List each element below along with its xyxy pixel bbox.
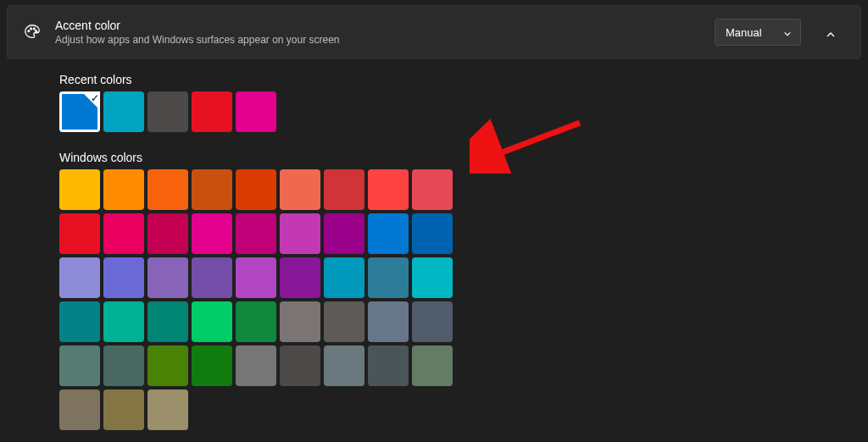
recent-color-swatch[interactable]	[147, 91, 188, 132]
windows-color-swatch[interactable]	[147, 169, 188, 210]
windows-color-swatch[interactable]	[59, 345, 100, 386]
windows-color-swatch[interactable]	[192, 213, 232, 254]
windows-color-swatch[interactable]	[280, 257, 320, 298]
windows-color-swatch[interactable]	[412, 213, 453, 254]
windows-color-swatch[interactable]	[324, 213, 364, 254]
chevron-down-icon	[783, 28, 792, 36]
windows-color-swatch[interactable]	[368, 301, 409, 342]
accent-color-titleblock: Accent color Adjust how apps and Windows…	[55, 19, 701, 47]
windows-color-swatch[interactable]	[236, 301, 276, 342]
windows-colors-section: Windows colors	[59, 151, 868, 430]
check-icon: ✓	[91, 92, 99, 104]
windows-color-swatch[interactable]	[412, 169, 453, 210]
recent-color-swatch[interactable]: ✓	[59, 91, 100, 132]
windows-color-swatch[interactable]	[103, 169, 144, 210]
windows-color-swatch[interactable]	[59, 301, 100, 342]
windows-color-swatch[interactable]	[368, 169, 409, 210]
windows-color-swatch[interactable]	[368, 257, 409, 298]
windows-color-swatch[interactable]	[412, 257, 453, 298]
windows-color-row	[59, 213, 868, 254]
accent-color-title: Accent color	[55, 19, 701, 33]
windows-color-row	[59, 390, 868, 430]
windows-color-swatch[interactable]	[192, 345, 232, 386]
windows-color-swatch[interactable]	[59, 213, 100, 254]
recent-colors-label: Recent colors	[59, 73, 868, 86]
windows-color-swatch[interactable]	[147, 301, 188, 342]
recent-color-swatch[interactable]	[103, 91, 144, 132]
windows-colors-grid	[59, 169, 868, 430]
recent-colors-section: Recent colors ✓	[59, 73, 868, 132]
accent-mode-value: Manual	[726, 26, 762, 39]
accent-color-header: Accent color Adjust how apps and Windows…	[7, 5, 861, 59]
windows-color-swatch[interactable]	[324, 169, 364, 210]
recent-color-swatch[interactable]	[192, 91, 232, 132]
windows-color-swatch[interactable]	[324, 301, 364, 342]
windows-color-swatch[interactable]	[280, 345, 320, 386]
windows-color-swatch[interactable]	[103, 257, 144, 298]
windows-color-swatch[interactable]	[280, 213, 320, 254]
palette-icon	[23, 23, 42, 41]
windows-color-swatch[interactable]	[103, 213, 144, 254]
recent-color-swatch[interactable]	[236, 91, 276, 132]
windows-color-swatch[interactable]	[147, 345, 188, 386]
windows-color-swatch[interactable]	[236, 169, 276, 210]
windows-color-swatch[interactable]	[324, 345, 364, 386]
windows-color-row	[59, 257, 868, 298]
windows-color-row	[59, 345, 868, 386]
windows-color-swatch[interactable]	[324, 257, 364, 298]
windows-color-swatch[interactable]	[236, 213, 276, 254]
windows-color-row	[59, 169, 868, 210]
windows-color-swatch[interactable]	[280, 169, 320, 210]
windows-color-swatch[interactable]	[412, 345, 453, 386]
windows-color-swatch[interactable]	[192, 301, 232, 342]
windows-color-swatch[interactable]	[368, 213, 409, 254]
collapse-button[interactable]	[815, 17, 845, 47]
svg-point-3	[36, 30, 37, 32]
windows-color-swatch[interactable]	[147, 257, 188, 298]
windows-color-swatch[interactable]	[59, 257, 100, 298]
windows-color-swatch[interactable]	[103, 390, 144, 430]
windows-color-swatch[interactable]	[192, 169, 232, 210]
windows-color-swatch[interactable]	[412, 301, 453, 342]
windows-color-swatch[interactable]	[192, 257, 232, 298]
windows-color-swatch[interactable]	[59, 390, 100, 430]
accent-mode-dropdown[interactable]: Manual	[715, 19, 801, 46]
windows-color-swatch[interactable]	[103, 301, 144, 342]
windows-color-swatch[interactable]	[280, 301, 320, 342]
accent-color-subtitle: Adjust how apps and Windows surfaces app…	[55, 34, 701, 46]
chevron-up-icon	[826, 28, 834, 36]
svg-point-2	[33, 28, 35, 30]
windows-color-row	[59, 301, 868, 342]
recent-colors-row: ✓	[59, 91, 868, 132]
windows-color-swatch[interactable]	[236, 257, 276, 298]
windows-color-swatch[interactable]	[147, 390, 188, 430]
windows-color-swatch[interactable]	[368, 345, 409, 386]
windows-color-swatch[interactable]	[103, 345, 144, 386]
windows-colors-label: Windows colors	[59, 151, 868, 164]
svg-point-1	[31, 28, 32, 30]
windows-color-swatch[interactable]	[236, 345, 276, 386]
svg-point-0	[28, 30, 30, 32]
windows-color-swatch[interactable]	[147, 213, 188, 254]
windows-color-swatch[interactable]	[59, 169, 100, 210]
